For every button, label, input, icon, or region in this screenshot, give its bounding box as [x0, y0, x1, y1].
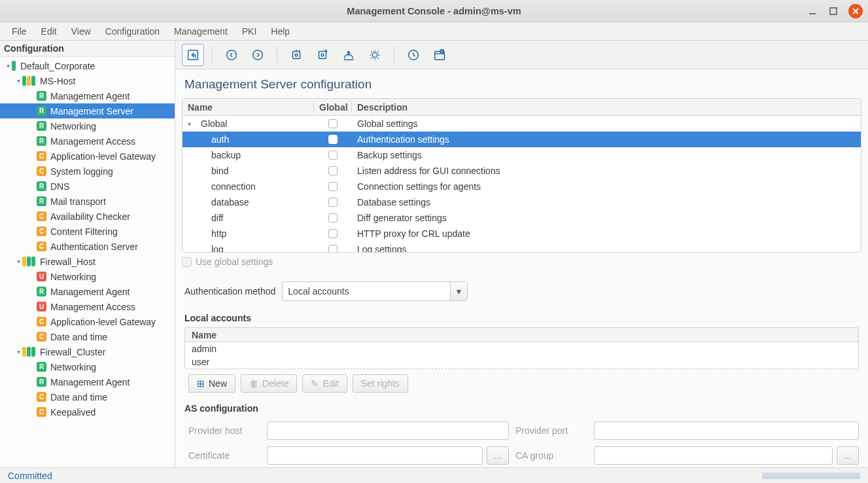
pencil-icon: ✎ [311, 378, 319, 389]
config-tree[interactable]: ▾Default_Corporate▾MS-HostRManagement Ag… [0, 57, 175, 467]
account-row-admin[interactable]: admin [185, 342, 858, 355]
provider-port-input[interactable] [594, 421, 859, 440]
config-row-log[interactable]: logLog settings [182, 241, 861, 252]
tree-item-system-logging[interactable]: CSystem logging [0, 164, 175, 179]
tree-item-default-corporate[interactable]: ▾Default_Corporate [0, 58, 175, 73]
tree-item-networking[interactable]: RNetworking [0, 118, 175, 134]
ca-group-browse-button[interactable]: ... [837, 446, 859, 465]
tree-item-ms-host[interactable]: ▾MS-Host [0, 73, 175, 88]
tree-item-availability-checker[interactable]: CAvailability Checker [0, 209, 175, 224]
menu-item-edit[interactable]: Edit [35, 24, 63, 39]
tree-item-networking[interactable]: UNetworking [0, 269, 175, 284]
config-row-global[interactable]: ▾GlobalGlobal settings [182, 116, 861, 132]
config-row-name: diff [188, 213, 223, 223]
menu-item-pki[interactable]: PKI [235, 24, 264, 39]
config-row-http[interactable]: httpHTTP proxy for CRL update [182, 226, 861, 241]
minimize-button[interactable] [807, 5, 818, 17]
tree-item-authentication-server[interactable]: CAuthentication Server [0, 239, 175, 254]
tree-item-firewall-cluster[interactable]: ▾Firewall_Cluster [0, 344, 175, 359]
menu-item-configuration[interactable]: Configuration [99, 24, 166, 39]
auth-method-input[interactable] [283, 286, 450, 296]
col-header-global[interactable]: Global [313, 102, 351, 113]
config-table-body[interactable]: ▾GlobalGlobal settingsauthAuthentication… [182, 116, 861, 252]
maximize-button[interactable] [827, 5, 839, 17]
config-row-desc: Database settings [351, 197, 861, 207]
config-row-backup[interactable]: backupBackup settings [182, 147, 861, 163]
tree-item-management-agent[interactable]: RManagement Agent [0, 284, 175, 299]
reload-button[interactable] [402, 44, 425, 66]
menu-item-view[interactable]: View [65, 24, 97, 39]
global-checkbox[interactable] [328, 166, 338, 175]
caret-icon[interactable]: ▾ [4, 62, 12, 69]
tree-item-management-access[interactable]: UManagement Access [0, 299, 175, 314]
tree-item-label: Management Access [50, 136, 135, 147]
config-row-diff[interactable]: diffDiff generator settings [182, 210, 861, 226]
menu-item-file[interactable]: File [5, 24, 33, 39]
tree-item-firewall-host[interactable]: ▾Firewall_Host [0, 254, 175, 269]
account-row-user[interactable]: user [185, 355, 858, 368]
config-row-name: Global [197, 118, 227, 129]
content-pane: Management Server configuration Name Glo… [175, 41, 868, 467]
tree-item-dns[interactable]: RDNS [0, 179, 175, 194]
certificate-browse-button[interactable]: ... [487, 446, 509, 465]
config-row-connection[interactable]: connectionConnection settings for agents [182, 179, 861, 194]
tree-item-management-access[interactable]: RManagement Access [0, 134, 175, 149]
caret-icon[interactable]: ▾ [14, 77, 22, 84]
schedule-button[interactable] [428, 44, 451, 66]
menu-item-management[interactable]: Management [167, 24, 234, 39]
tree-item-content-filtering[interactable]: CContent Filtering [0, 224, 175, 239]
tree-item-label: Management Agent [50, 91, 130, 101]
tree-item-date-and-time[interactable]: CDate and time [0, 389, 175, 404]
nav-prev-icon [224, 48, 239, 62]
export-config-button[interactable] [311, 44, 334, 66]
tree-item-management-agent[interactable]: RManagement Agent [0, 88, 175, 103]
local-accounts-col-name[interactable]: Name [185, 328, 858, 342]
tree-item-application-level-gateway[interactable]: CApplication-level Gateway [0, 149, 175, 164]
global-checkbox[interactable] [328, 245, 338, 252]
close-button[interactable] [848, 4, 863, 18]
new-button-label: New [209, 378, 227, 389]
badge-icon: U [37, 302, 46, 312]
menu-item-help[interactable]: Help [264, 24, 296, 39]
chevron-down-icon[interactable]: ▾ [450, 282, 467, 300]
ca-group-input[interactable] [594, 446, 833, 465]
tree-item-management-server[interactable]: RManagement Server [0, 103, 175, 118]
set-rights-button[interactable]: Set rights [353, 374, 408, 393]
tree-item-networking[interactable]: RNetworking [0, 359, 175, 374]
back-button[interactable] [182, 44, 204, 66]
global-checkbox[interactable] [328, 213, 338, 223]
local-accounts-buttons: ⊞ New 🗑 Delete ✎ Edit Set rights [188, 374, 861, 393]
delete-button[interactable]: 🗑 Delete [241, 374, 297, 393]
new-button[interactable]: ⊞ New [188, 374, 235, 393]
global-checkbox[interactable] [328, 182, 338, 191]
global-checkbox[interactable] [328, 119, 338, 128]
upload-button[interactable] [338, 44, 360, 66]
nav-next-button[interactable] [247, 44, 269, 66]
global-checkbox[interactable] [328, 135, 338, 144]
tree-item-keepalived[interactable]: CKeepalived [0, 404, 175, 420]
provider-host-input[interactable] [267, 421, 509, 440]
auth-method-combo[interactable]: ▾ [282, 281, 468, 301]
certificate-label: Certificate [188, 450, 260, 461]
caret-icon[interactable]: ▾ [14, 348, 22, 355]
edit-button[interactable]: ✎ Edit [302, 374, 347, 393]
config-row-bind[interactable]: bindListen address for GUI connections [182, 163, 861, 179]
caret-icon[interactable]: ▾ [14, 258, 22, 265]
config-row-database[interactable]: databaseDatabase settings [182, 194, 861, 210]
tree-item-label: Content Filtering [50, 226, 118, 237]
expand-icon[interactable]: ▾ [188, 120, 196, 128]
certificate-input[interactable] [267, 446, 483, 465]
nav-prev-button[interactable] [220, 44, 243, 66]
import-config-button[interactable] [285, 44, 307, 66]
tree-item-date-and-time[interactable]: CDate and time [0, 329, 175, 344]
global-checkbox[interactable] [328, 229, 338, 238]
tree-item-mail-transport[interactable]: RMail transport [0, 194, 175, 209]
tree-item-application-level-gateway[interactable]: CApplication-level Gateway [0, 314, 175, 329]
tree-item-management-agent[interactable]: RManagement Agent [0, 374, 175, 389]
global-checkbox[interactable] [328, 151, 338, 160]
col-header-description[interactable]: Description [351, 102, 861, 113]
gear-sync-button[interactable] [364, 44, 386, 66]
config-row-auth[interactable]: authAuthentication settings [182, 132, 861, 147]
col-header-name[interactable]: Name [182, 102, 313, 113]
global-checkbox[interactable] [328, 198, 338, 207]
